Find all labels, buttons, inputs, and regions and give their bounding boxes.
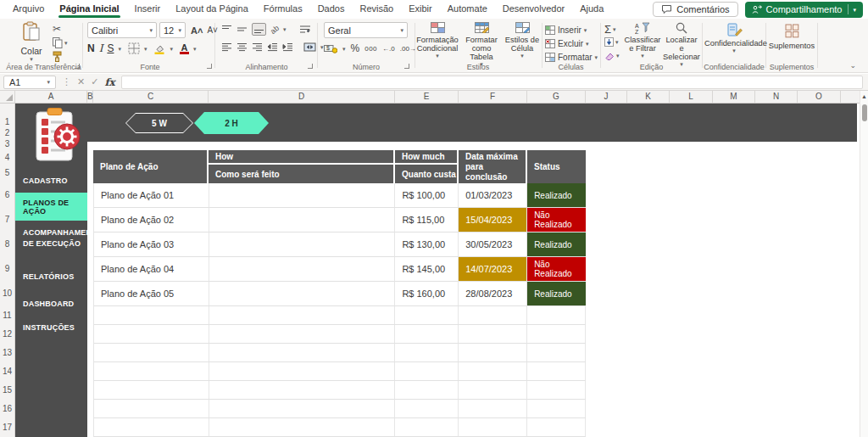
column-header[interactable]: C	[93, 91, 209, 103]
column-header[interactable]: D	[209, 91, 395, 103]
cell-date[interactable]: 15/04/2023	[459, 208, 527, 233]
fill-color-button[interactable]	[153, 42, 165, 54]
select-all-corner[interactable]	[0, 91, 15, 103]
cell-how[interactable]	[209, 233, 396, 257]
increase-indent-button[interactable]	[282, 42, 293, 52]
addins-button[interactable]: Suplementos	[766, 24, 817, 50]
menu-tab-automate[interactable]: Automate	[440, 1, 495, 18]
row-header[interactable]: 17	[0, 423, 14, 433]
menu-tab-inserir[interactable]: Inserir	[127, 1, 169, 18]
column-header[interactable]: N	[755, 91, 798, 103]
tab-5w[interactable]: 5 W	[125, 113, 193, 133]
scroll-up-icon[interactable]: ▲	[860, 93, 868, 99]
cell-plan[interactable]: Plano de Ação 03	[94, 233, 209, 257]
cell-cost[interactable]: R$ 130,00	[395, 233, 459, 257]
clear-button[interactable]	[604, 51, 615, 60]
align-top-button[interactable]	[221, 25, 232, 34]
column-header[interactable]: E	[395, 91, 459, 103]
cell-how[interactable]	[209, 208, 396, 233]
menu-tab-dados[interactable]: Dados	[310, 1, 353, 18]
align-bottom-button[interactable]	[252, 23, 266, 36]
scrollbar-thumb[interactable]	[862, 104, 867, 121]
row-header[interactable]: 7	[0, 215, 14, 225]
number-format-combobox[interactable]: Geral▾	[324, 22, 408, 38]
font-size-combobox[interactable]: 12▾	[159, 22, 186, 38]
row-header[interactable]: 4	[0, 153, 14, 163]
insert-function-button[interactable]: fx	[104, 76, 114, 88]
name-box[interactable]: A1 ▾	[3, 76, 56, 89]
formula-input[interactable]	[121, 76, 863, 89]
cell-plan[interactable]: Plano de Ação 04	[94, 257, 209, 282]
column-header[interactable]: L	[670, 91, 713, 103]
sidebar-item-planos-de-acao[interactable]: PLANOS DE AÇÃO	[15, 193, 87, 221]
cell-plan[interactable]: Plano de Ação 02	[94, 208, 209, 233]
row-header[interactable]: 11	[0, 311, 14, 321]
menu-tab-revisao[interactable]: Revisão	[352, 1, 401, 18]
row-header[interactable]: 9	[0, 264, 14, 274]
align-center-button[interactable]	[236, 42, 248, 52]
copy-button[interactable]: ▾	[53, 36, 68, 48]
align-middle-button[interactable]	[236, 25, 248, 34]
row-header[interactable]: 13	[0, 348, 14, 358]
row-header[interactable]: 12	[0, 329, 14, 339]
autosum-button[interactable]: Σ	[604, 24, 611, 35]
dialog-launcher-icon[interactable]	[308, 64, 313, 69]
grow-font-button[interactable]: A˄	[191, 25, 203, 36]
merge-center-button[interactable]	[303, 42, 316, 52]
row-header[interactable]: 3	[0, 139, 14, 149]
column-header[interactable]: G	[527, 91, 586, 103]
cell-status[interactable]: Realizado	[527, 282, 586, 306]
find-select-button[interactable]: Localizar e Selecionar ▾	[663, 22, 700, 67]
row-header[interactable]: 14	[0, 367, 14, 377]
cell-how[interactable]	[209, 282, 396, 306]
menu-tab-formulas[interactable]: Fórmulas	[256, 1, 310, 18]
cell-plan[interactable]: Plano de Ação 05	[94, 282, 209, 306]
sidebar-item-dashboard[interactable]: DASHBOARD	[15, 296, 87, 311]
collapse-ribbon-button[interactable]: ⌄	[849, 61, 856, 70]
accounting-format-button[interactable]: $	[324, 43, 337, 53]
font-color-button[interactable]: A	[180, 43, 189, 54]
row-header[interactable]: 1	[0, 117, 14, 127]
comments-button[interactable]: Comentários	[653, 2, 737, 17]
cell-styles-button[interactable]: Estilos de Célula ▾	[504, 22, 540, 59]
format-painter-button[interactable]	[53, 50, 68, 62]
cancel-icon[interactable]: ✕	[77, 76, 85, 87]
fill-button[interactable]	[604, 37, 614, 47]
italic-button[interactable]: I	[99, 42, 103, 54]
cell-date[interactable]: 28/08/2023	[459, 282, 527, 306]
cell-how[interactable]	[209, 183, 396, 208]
orientation-button[interactable]: ab	[269, 23, 281, 35]
cell-date[interactable]: 30/05/2023	[459, 233, 527, 257]
borders-button[interactable]	[128, 42, 140, 54]
sidebar-item-relatorios[interactable]: RELATÓRIOS	[15, 269, 87, 284]
percent-style-button[interactable]: %	[351, 42, 360, 54]
sort-filter-button[interactable]: AZ Classificar e Filtrar ▾	[623, 22, 662, 59]
align-right-button[interactable]	[252, 42, 263, 52]
row-header[interactable]: 15	[0, 385, 14, 395]
delete-button[interactable]: Excluir	[558, 37, 583, 49]
menu-tab-arquivo[interactable]: Arquivo	[5, 1, 52, 18]
enter-icon[interactable]: ✓	[91, 76, 98, 87]
dialog-launcher-icon[interactable]	[404, 64, 409, 69]
cut-button[interactable]: ✂	[53, 23, 68, 35]
sidebar-item-acompanhamento[interactable]: ACOMPANHAMENTO DE EXECUÇÃO	[15, 226, 87, 251]
shrink-font-button[interactable]: A˅	[207, 25, 218, 35]
cell-cost[interactable]: R$ 160,00	[395, 282, 459, 306]
cell-plan[interactable]: Plano de Ação 01	[94, 183, 209, 208]
column-header[interactable]: B	[87, 91, 93, 103]
tab-2h[interactable]: 2 H	[194, 112, 269, 134]
cell-cost[interactable]: R$ 145,00	[395, 257, 459, 282]
conditional-formatting-button[interactable]: Formatação Condicional ▾	[416, 22, 459, 59]
share-button[interactable]: Compartilhamento ▾	[745, 2, 863, 18]
column-header[interactable]: F	[459, 91, 527, 103]
bold-button[interactable]: N	[87, 42, 95, 54]
cell-date[interactable]: 01/03/2023	[459, 183, 527, 208]
row-header[interactable]: 10	[0, 289, 14, 299]
column-header[interactable]: A	[15, 91, 87, 103]
column-header[interactable]: J	[586, 91, 627, 103]
format-button[interactable]: Formatar	[558, 51, 593, 63]
column-header[interactable]: M	[713, 91, 755, 103]
sidebar-item-instrucoes[interactable]: INSTRUÇÕES	[15, 320, 87, 335]
menu-tab-pagina-inicial[interactable]: Página Inicial	[52, 1, 126, 18]
menu-tab-exibir[interactable]: Exibir	[401, 1, 440, 18]
